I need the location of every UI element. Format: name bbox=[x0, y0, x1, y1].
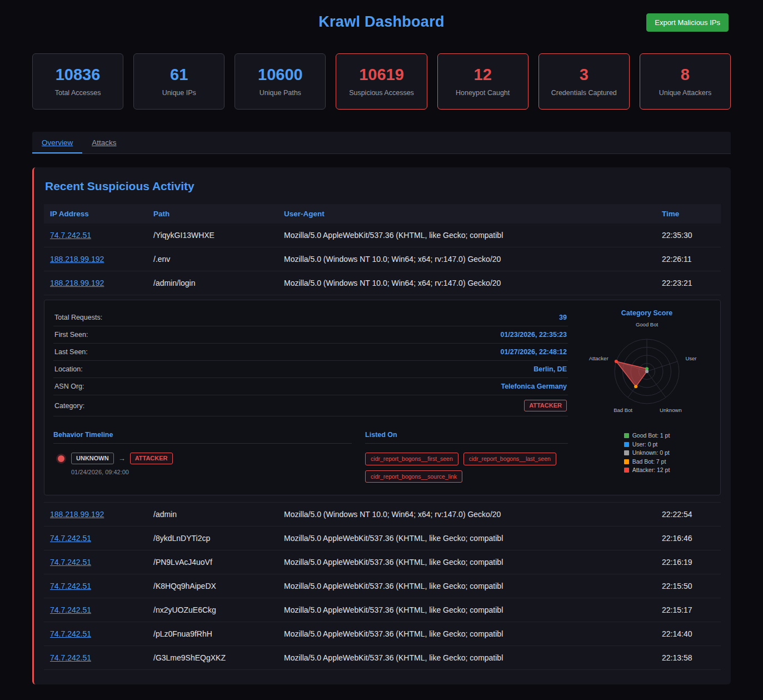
stat-label: Unique IPs bbox=[137, 89, 221, 97]
path-cell: /PN9LvAcJ4uoVf bbox=[147, 550, 278, 574]
ip-link[interactable]: 74.7.242.51 bbox=[50, 231, 91, 240]
legend-label: Bad Bot: 7 pt bbox=[632, 458, 666, 466]
legend-item: Bad Bot: 7 pt bbox=[624, 458, 670, 466]
ip-cell: 74.7.242.51 bbox=[44, 224, 147, 247]
ip-cell: 188.218.99.192 bbox=[44, 271, 147, 295]
path-cell: /nx2yUOZuE6Ckg bbox=[147, 598, 278, 622]
time-cell: 22:26:11 bbox=[656, 247, 721, 271]
time-cell: 22:35:30 bbox=[656, 224, 721, 247]
field-asn-org: ASN Org: Telefonica Germany bbox=[53, 378, 568, 395]
radar-chart: Good BotUserUnknownBad BotAttacker bbox=[582, 318, 711, 428]
user-agent-cell: Mozilla/5.0 AppleWebKit/537.36 (KHTML, l… bbox=[278, 527, 656, 550]
stat-label: Unique Paths bbox=[238, 89, 322, 97]
behavior-timeline-title: Behavior Timeline bbox=[53, 431, 352, 444]
time-cell: 22:16:46 bbox=[656, 527, 721, 550]
ip-link[interactable]: 74.7.242.51 bbox=[50, 653, 91, 662]
legend-item: User: 0 pt bbox=[624, 440, 670, 449]
stat-card-credentials-captured: 3Credentials Captured bbox=[538, 53, 630, 110]
ip-cell: 74.7.242.51 bbox=[44, 598, 147, 622]
legend-swatch bbox=[624, 468, 629, 473]
arrow-right-icon: → bbox=[118, 454, 126, 463]
blocklist-badge: cidr_report_bogons__first_seen bbox=[365, 453, 458, 465]
ip-link[interactable]: 188.218.99.192 bbox=[50, 255, 104, 264]
table-row[interactable]: 188.218.99.192/adminMozilla/5.0 (Windows… bbox=[44, 503, 721, 527]
ip-cell: 188.218.99.192 bbox=[44, 503, 147, 527]
user-agent-cell: Mozilla/5.0 (Windows NT 10.0; Win64; x64… bbox=[278, 271, 656, 295]
ip-link[interactable]: 74.7.242.51 bbox=[50, 534, 91, 543]
col-header-path: Path bbox=[147, 204, 278, 224]
tab-overview[interactable]: Overview bbox=[32, 132, 82, 153]
legend-swatch bbox=[624, 442, 629, 447]
recent-suspicious-activity-panel: Recent Suspicious Activity IP Address Pa… bbox=[32, 167, 731, 684]
path-cell: /8ykdLnDYTi2cp bbox=[147, 527, 278, 550]
ip-link[interactable]: 188.218.99.192 bbox=[50, 510, 104, 519]
field-last-seen: Last Seen: 01/27/2026, 22:48:12 bbox=[53, 344, 568, 361]
table-row[interactable]: 74.7.242.51/8ykdLnDYTi2cpMozilla/5.0 App… bbox=[44, 527, 721, 550]
stat-label: Total Accesses bbox=[36, 89, 119, 97]
field-total-requests: Total Requests: 39 bbox=[53, 309, 568, 326]
legend-item: Attacker: 12 pt bbox=[624, 466, 670, 475]
stat-card-total-accesses: 10836Total Accesses bbox=[32, 53, 123, 110]
table-row[interactable]: 74.7.242.51/K8HQq9hAipeDXMozilla/5.0 App… bbox=[44, 574, 721, 598]
tab-bar: Overview Attacks bbox=[32, 132, 731, 154]
radar-chart-title: Category Score bbox=[621, 309, 672, 317]
table-row[interactable]: 188.218.99.192/.envMozilla/5.0 (Windows … bbox=[44, 247, 721, 271]
user-agent-cell: Mozilla/5.0 AppleWebKit/537.36 (KHTML, l… bbox=[278, 646, 656, 670]
stat-value: 3 bbox=[542, 65, 626, 85]
path-cell: /G3Lme9ShEQgXKZ bbox=[147, 646, 278, 670]
panel-title: Recent Suspicious Activity bbox=[45, 180, 721, 193]
stat-value: 10836 bbox=[36, 65, 119, 85]
user-agent-cell: Mozilla/5.0 AppleWebKit/537.36 (KHTML, l… bbox=[278, 574, 656, 598]
time-cell: 22:15:50 bbox=[656, 574, 721, 598]
table-row[interactable]: 74.7.242.51/nx2yUOZuE6CkgMozilla/5.0 App… bbox=[44, 598, 721, 622]
expanded-detail-row: Total Requests: 39 First Seen: 01/23/202… bbox=[44, 295, 721, 503]
stat-card-unique-paths: 10600Unique Paths bbox=[235, 53, 326, 110]
table-row[interactable]: 188.218.99.192/admin/loginMozilla/5.0 (W… bbox=[44, 271, 721, 295]
ip-link[interactable]: 74.7.242.51 bbox=[50, 605, 91, 614]
time-cell: 22:14:40 bbox=[656, 622, 721, 646]
time-cell: 22:16:19 bbox=[656, 550, 721, 574]
time-cell: 22:13:58 bbox=[656, 646, 721, 670]
legend-item: Good Bot: 1 pt bbox=[624, 431, 670, 440]
legend-label: Attacker: 12 pt bbox=[632, 466, 670, 475]
table-row[interactable]: 74.7.242.51/PN9LvAcJ4uoVfMozilla/5.0 App… bbox=[44, 550, 721, 574]
radar-legend: Good Bot: 1 ptUser: 0 ptUnknown: 0 ptBad… bbox=[624, 431, 670, 475]
ip-cell: 74.7.242.51 bbox=[44, 646, 147, 670]
col-header-ip: IP Address bbox=[44, 204, 147, 224]
legend-swatch bbox=[624, 433, 629, 438]
activity-table-header: IP Address Path User-Agent Time bbox=[44, 204, 721, 224]
stat-value: 8 bbox=[644, 65, 727, 85]
path-cell: /admin/login bbox=[147, 271, 278, 295]
blocklist-badge: cidr_report_bogons__source_link bbox=[365, 470, 462, 483]
legend-swatch bbox=[624, 450, 629, 455]
ip-link[interactable]: 74.7.242.51 bbox=[50, 558, 91, 567]
stat-label: Honeypot Caught bbox=[441, 89, 525, 97]
ip-link[interactable]: 74.7.242.51 bbox=[50, 629, 91, 638]
listed-on-badges: cidr_report_bogons__first_seencidr_repor… bbox=[365, 453, 568, 483]
ip-link[interactable]: 74.7.242.51 bbox=[50, 582, 91, 590]
tab-attacks[interactable]: Attacks bbox=[82, 132, 126, 153]
stat-value: 61 bbox=[137, 65, 221, 85]
timeline-timestamp: 01/24/2026, 09:42:00 bbox=[71, 469, 173, 475]
category-badge: ATTACKER bbox=[524, 400, 567, 411]
table-row[interactable]: 74.7.242.51/YiqykGI13WHXEMozilla/5.0 App… bbox=[44, 224, 721, 247]
table-row[interactable]: 74.7.242.51/pLz0Fnua9fRhHMozilla/5.0 App… bbox=[44, 622, 721, 646]
ip-link[interactable]: 188.218.99.192 bbox=[50, 279, 104, 287]
legend-label: User: 0 pt bbox=[632, 440, 658, 449]
stat-card-unique-attackers: 8Unique Attackers bbox=[640, 53, 731, 110]
stat-value: 12 bbox=[441, 65, 525, 85]
path-cell: /pLz0Fnua9fRhH bbox=[147, 622, 278, 646]
timeline-marker-icon bbox=[58, 455, 64, 462]
export-malicious-ips-button[interactable]: Export Malicious IPs bbox=[646, 13, 729, 32]
ip-detail-panel: Total Requests: 39 First Seen: 01/23/202… bbox=[44, 300, 721, 495]
radar-axis-label: Bad Bot bbox=[614, 407, 632, 413]
legend-label: Good Bot: 1 pt bbox=[632, 431, 670, 440]
table-row[interactable]: 74.7.242.51/G3Lme9ShEQgXKZMozilla/5.0 Ap… bbox=[44, 646, 721, 670]
legend-item: Unknown: 0 pt bbox=[624, 449, 670, 458]
ip-cell: 188.218.99.192 bbox=[44, 247, 147, 271]
field-first-seen: First Seen: 01/23/2026, 22:35:23 bbox=[53, 326, 568, 344]
path-cell: /admin bbox=[147, 503, 278, 527]
stat-card-unique-ips: 61Unique IPs bbox=[133, 53, 225, 110]
ip-cell: 74.7.242.51 bbox=[44, 550, 147, 574]
legend-swatch bbox=[624, 459, 629, 464]
